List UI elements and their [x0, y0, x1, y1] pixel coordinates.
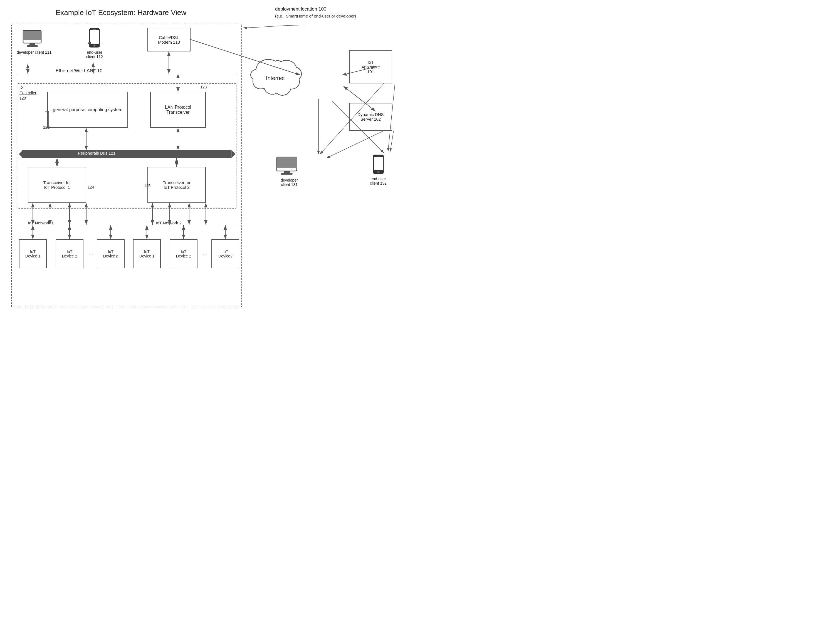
iot-device-net2-1-label: IoTDevice 1 [139, 249, 155, 258]
svg-line-52 [390, 131, 393, 151]
svg-rect-12 [281, 173, 293, 175]
iot-device-net1-n: IoTDevice n [97, 239, 125, 268]
gp-computing-label: general-purpose computing system [53, 107, 122, 112]
phone-icon-right [372, 154, 385, 175]
iot-device-net1-1: IoTDevice 1 [19, 239, 47, 268]
svg-point-6 [93, 44, 96, 47]
dns-box: Dynamic DNSServer 102 [349, 103, 392, 131]
iot-net2-label: IoT Network 2 [156, 221, 182, 225]
controller-label: IoT Controller 120 [19, 85, 36, 101]
num-123: 123 [200, 85, 207, 89]
svg-rect-7 [93, 29, 96, 30]
iot-net1-label: IoT Network 1 [28, 221, 54, 225]
iot-device-net1-n-label: IoTDevice n [103, 249, 118, 258]
enduser-client-right: end-userclient 132 [370, 154, 387, 186]
trans2-label: Transceiver forIoT Protocol 2 [163, 180, 190, 190]
app-store-label: IoTApp Store101 [361, 60, 380, 74]
app-store-box: IoTApp Store101 [349, 50, 392, 84]
svg-rect-1 [23, 31, 41, 40]
enduser-client-mid-label: end-userclient 112 [86, 50, 103, 59]
num-125: 125 [144, 183, 150, 188]
svg-rect-2 [30, 43, 35, 45]
dev-client-left-label: developer client 111 [17, 50, 52, 55]
enduser-client-right-label: end-userclient 132 [370, 177, 387, 186]
lan-label: Ethernet/Wifi LAN 110 [55, 68, 103, 74]
trans2-box: Transceiver forIoT Protocol 2 [147, 167, 206, 203]
svg-line-51 [327, 131, 384, 158]
num-124: 124 [88, 185, 94, 189]
iot-device-net1-2: IoTDevice 2 [55, 239, 84, 268]
dev-client-right-label: developerclient 131 [281, 178, 298, 187]
modem-label: Cable/DSLModem 113 [158, 35, 180, 44]
dev-client-right: developerclient 131 [275, 156, 303, 187]
deployment-label: deployment location 100 (e.g., SmartHome… [275, 6, 356, 19]
svg-text:Internet: Internet [266, 75, 285, 81]
svg-rect-16 [377, 156, 380, 156]
peripherals-bus-label: Peripherals Bus 121 [78, 151, 115, 155]
main-title: Example IoT Ecosystem: Hardware View [55, 8, 186, 17]
iot-device-net2-1: IoTDevice 1 [133, 239, 161, 268]
lan-line [17, 74, 237, 74]
iot-device-net1-2-label: IoTDevice 2 [62, 249, 77, 258]
iot-device-net2-2-label: IoTDevice 2 [176, 249, 191, 258]
svg-rect-3 [27, 45, 38, 47]
iot-device-net1-1-label: IoTDevice 1 [25, 249, 40, 258]
trans1-label: Transceiver forIoT Protocol 1 [43, 180, 71, 190]
svg-rect-5 [90, 30, 99, 44]
lan-transceiver-box: LAN ProtocolTransceiver [150, 92, 206, 128]
modem-box: Cable/DSLModem 113 [147, 28, 191, 51]
lan-transceiver-label: LAN ProtocolTransceiver [165, 105, 191, 115]
svg-rect-10 [277, 157, 297, 168]
gp-computing-box: general-purpose computing system [47, 92, 128, 128]
svg-point-15 [377, 171, 379, 173]
dots-net2: ... [202, 249, 207, 256]
peripherals-bus [22, 150, 231, 158]
computer-icon-left [22, 29, 47, 49]
iot-device-net2-2: IoTDevice 2 [170, 239, 197, 268]
iot-net2-line [131, 225, 237, 225]
dots-net1: ... [88, 249, 93, 256]
dns-label: Dynamic DNSServer 102 [357, 112, 384, 121]
svg-rect-11 [284, 171, 290, 173]
trans1-box: Transceiver forIoT Protocol 1 [28, 167, 86, 203]
internet-cloud: Internet [248, 55, 303, 100]
enduser-client-mid: end-userclient 112 [86, 28, 103, 59]
diagram-container: Example IoT Ecosystem: Hardware View dep… [0, 0, 420, 318]
svg-rect-14 [374, 157, 383, 170]
iot-device-net2-i-label: IoTDevice i [218, 249, 232, 258]
dev-client-left: developer client 111 [17, 29, 52, 55]
phone-icon-mid [88, 28, 101, 49]
iot-device-net2-i: IoTDevice i [212, 239, 239, 268]
num-122: 122 [43, 125, 49, 129]
computer-icon-right [275, 156, 303, 177]
